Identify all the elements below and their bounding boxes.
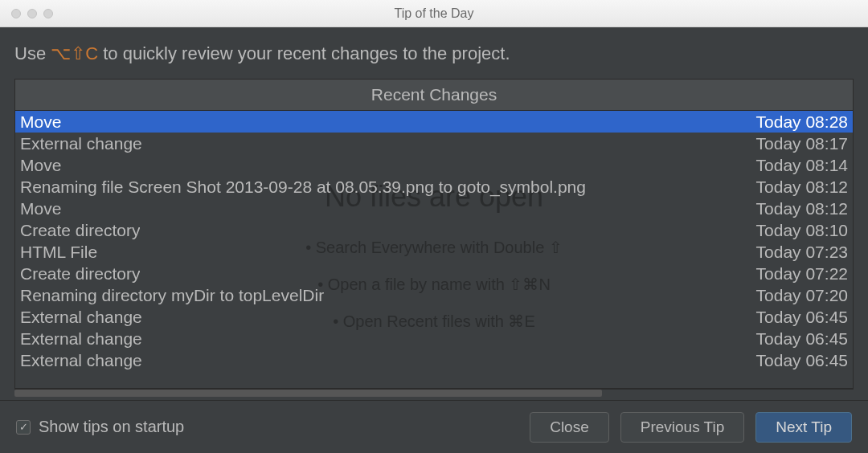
scrollbar-thumb[interactable] xyxy=(14,390,602,397)
change-time: Today 07:23 xyxy=(747,243,848,262)
list-item[interactable]: Create directoryToday 07:22 xyxy=(15,263,853,284)
change-time: Today 07:20 xyxy=(747,286,848,305)
list-item[interactable]: HTML FileToday 07:23 xyxy=(15,241,853,263)
change-label: External change xyxy=(20,351,142,370)
list-item[interactable]: External changeToday 06:45 xyxy=(15,328,853,349)
list-item[interactable]: External changeToday 06:45 xyxy=(15,306,853,328)
change-label: Create directory xyxy=(20,264,140,284)
show-tips-checkbox-wrap[interactable]: ✓ Show tips on startup xyxy=(16,418,518,436)
tip-suffix: to quickly review your recent changes to… xyxy=(98,43,510,63)
titlebar: Tip of the Day xyxy=(0,0,868,27)
change-label: Create directory xyxy=(20,221,140,240)
keyboard-shortcut: ⌥⇧C xyxy=(51,43,98,63)
traffic-lights xyxy=(11,9,53,18)
list-item[interactable]: MoveToday 08:14 xyxy=(15,154,853,176)
change-label: Renaming directory myDir to topLevelDir xyxy=(20,286,324,305)
change-time: Today 06:45 xyxy=(747,329,848,349)
list-item[interactable]: External changeToday 08:17 xyxy=(15,133,853,154)
next-tip-button[interactable]: Next Tip xyxy=(755,412,852,443)
recent-changes-panel: Recent Changes No files are open • Searc… xyxy=(14,79,854,389)
content-area: Use ⌥⇧C to quickly review your recent ch… xyxy=(0,27,868,400)
tip-of-the-day-window: Tip of the Day Use ⌥⇧C to quickly review… xyxy=(0,0,868,453)
change-time: Today 08:12 xyxy=(747,178,848,197)
change-label: External change xyxy=(20,134,142,153)
tip-prefix: Use xyxy=(14,43,51,63)
list-item[interactable]: MoveToday 08:28 xyxy=(15,111,853,133)
change-label: Move xyxy=(20,156,61,175)
show-tips-checkbox[interactable]: ✓ xyxy=(16,420,31,435)
horizontal-scrollbar[interactable] xyxy=(14,389,854,397)
change-label: HTML File xyxy=(20,243,97,262)
change-time: Today 08:12 xyxy=(747,199,848,218)
previous-tip-button[interactable]: Previous Tip xyxy=(620,412,745,443)
change-time: Today 06:45 xyxy=(747,351,848,370)
change-time: Today 08:17 xyxy=(747,134,848,153)
change-time: Today 06:45 xyxy=(747,308,848,327)
recent-changes-list[interactable]: No files are open • Search Everywhere wi… xyxy=(15,111,853,388)
tip-text: Use ⌥⇧C to quickly review your recent ch… xyxy=(11,43,857,79)
list-item[interactable]: Create directoryToday 08:10 xyxy=(15,219,853,241)
minimize-window-icon[interactable] xyxy=(27,9,37,18)
list-item[interactable]: MoveToday 08:12 xyxy=(15,198,853,219)
window-title: Tip of the Day xyxy=(0,6,868,21)
zoom-window-icon[interactable] xyxy=(43,9,53,18)
change-label: Move xyxy=(20,199,61,218)
close-window-icon[interactable] xyxy=(11,9,21,18)
change-time: Today 08:14 xyxy=(747,156,848,175)
footer: ✓ Show tips on startup Close Previous Ti… xyxy=(0,400,868,453)
change-time: Today 08:28 xyxy=(747,112,848,132)
change-label: External change xyxy=(20,308,142,327)
panel-header: Recent Changes xyxy=(15,80,853,111)
change-label: Renaming file Screen Shot 2013-09-28 at … xyxy=(20,178,586,197)
change-time: Today 07:22 xyxy=(747,264,848,284)
list-item[interactable]: External changeToday 06:45 xyxy=(15,349,853,371)
change-label: Move xyxy=(20,112,61,132)
list-item[interactable]: Renaming directory myDir to topLevelDirT… xyxy=(15,284,853,306)
close-button[interactable]: Close xyxy=(530,412,609,443)
change-label: External change xyxy=(20,329,142,349)
checkmark-icon: ✓ xyxy=(19,421,28,433)
show-tips-label: Show tips on startup xyxy=(39,418,184,436)
list-item[interactable]: Renaming file Screen Shot 2013-09-28 at … xyxy=(15,176,853,198)
change-time: Today 08:10 xyxy=(747,221,848,240)
